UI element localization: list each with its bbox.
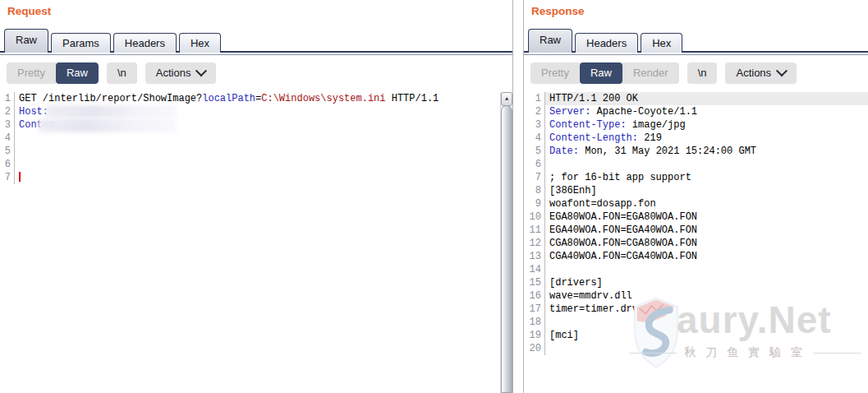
tab-raw[interactable]: Raw [528, 29, 572, 53]
toolbar-button-pretty[interactable]: Pretty [530, 62, 580, 84]
actions-button[interactable]: Actions [145, 62, 217, 84]
code-text: CGA40WOA.FON=CGA40WOA.FON [545, 250, 868, 263]
code-line[interactable]: 18 [524, 316, 868, 329]
code-line[interactable]: 9woafont=dosapp.fon [524, 197, 868, 210]
line-number: 16 [524, 289, 545, 303]
code-line[interactable]: 7 [0, 171, 512, 184]
code-line[interactable]: 1HTTP/1.1 200 OK [524, 92, 868, 105]
toolbar-button-pretty[interactable]: Pretty [7, 62, 56, 84]
toolbar-button-group: Actions [145, 62, 217, 84]
tab-raw[interactable]: Raw [4, 29, 48, 53]
code-line[interactable]: 16wave=mmdrv.dll [524, 289, 868, 303]
line-number: 20 [524, 342, 545, 355]
code-line[interactable]: 19[mci] [524, 329, 868, 342]
response-editor[interactable]: 1HTTP/1.1 200 OK2Server: Apache-Coyote/1… [524, 92, 868, 393]
tab-headers[interactable]: Headers [113, 33, 177, 53]
text-cursor [19, 172, 21, 182]
code-line[interactable]: 6 [0, 158, 512, 171]
response-toolbar: PrettyRawRender\nActions [530, 62, 797, 84]
code-text [545, 316, 868, 329]
code-text: timer=timer.drv [545, 303, 868, 316]
toolbar-button-raw[interactable]: Raw [56, 62, 99, 84]
scroll-up-button[interactable]: ▲ [501, 92, 512, 106]
code-line[interactable]: 20 [524, 342, 868, 355]
actions-button[interactable]: Actions [725, 62, 797, 84]
code-text: wave=mmdrv.dll [545, 289, 868, 303]
burp-repeater-view: Request RawParamsHeadersHex PrettyRaw\nA… [0, 0, 868, 393]
request-vertical-scrollbar[interactable]: ▲ [500, 92, 512, 393]
code-line[interactable]: 6 [524, 158, 868, 171]
chevron-down-icon [195, 65, 207, 76]
request-tabs: RawParamsHeadersHex [4, 29, 512, 53]
line-number: 5 [0, 145, 15, 158]
code-line[interactable]: 13CGA40WOA.FON=CGA40WOA.FON [524, 250, 868, 263]
toolbar-button-n[interactable]: \n [107, 62, 137, 84]
code-text [545, 342, 868, 355]
request-toolbar: PrettyRaw\nActions [7, 62, 216, 84]
chevron-down-icon [776, 65, 788, 76]
scrollbar-thumb[interactable] [501, 105, 512, 393]
line-number: 19 [524, 329, 545, 342]
code-line[interactable]: 15[drivers] [524, 276, 868, 289]
code-text [15, 132, 500, 145]
code-line[interactable]: 3Content-Type: image/jpg [524, 118, 868, 132]
code-line[interactable]: 4 [0, 132, 512, 145]
code-line[interactable]: 11EGA40WOA.FON=EGA40WOA.FON [524, 224, 868, 237]
code-text: Content-Length: 219 [545, 132, 868, 145]
toolbar-button-render[interactable]: Render [622, 62, 679, 84]
code-line[interactable]: 2Server: Apache-Coyote/1.1 [524, 105, 868, 118]
code-text: CGA80WOA.FON=CGA80WOA.FON [545, 237, 868, 250]
toolbar-button-label: Actions [156, 62, 191, 84]
code-line[interactable]: 4Content-Length: 219 [524, 132, 868, 145]
toolbar-button-group: PrettyRaw [7, 62, 99, 84]
tab-headers[interactable]: Headers [575, 33, 638, 53]
toolbar-button-n[interactable]: \n [687, 62, 718, 84]
code-line[interactable]: 17timer=timer.drv [524, 303, 868, 316]
code-text: Content-Type: image/jpg [545, 118, 868, 132]
code-line[interactable]: 10EGA80WOA.FON=EGA80WOA.FON [524, 210, 868, 224]
code-text: Date: Mon, 31 May 2021 15:24:00 GMT [545, 145, 868, 158]
toolbar-button-raw[interactable]: Raw [580, 62, 622, 84]
code-text: woafont=dosapp.fon [545, 197, 868, 210]
toolbar-button-label: Actions [736, 62, 771, 84]
panel-divider[interactable] [513, 0, 523, 393]
line-number: 1 [0, 92, 15, 105]
code-text: EGA80WOA.FON=EGA80WOA.FON [545, 210, 868, 224]
code-line[interactable]: 8[386Enh] [524, 184, 868, 197]
toolbar-button-label: Raw [590, 62, 612, 84]
toolbar-button-group: \n [107, 62, 137, 84]
line-number: 4 [524, 132, 545, 145]
code-line[interactable]: 12CGA80WOA.FON=CGA80WOA.FON [524, 237, 868, 250]
code-text [15, 145, 500, 158]
line-number: 8 [524, 184, 545, 197]
line-number: 6 [524, 158, 545, 171]
code-text [15, 171, 500, 184]
code-line[interactable]: 14 [524, 263, 868, 276]
tab-hex[interactable]: Hex [641, 33, 682, 53]
toolbar-button-label: \n [698, 62, 707, 84]
code-text: [386Enh] [545, 184, 868, 197]
tab-params[interactable]: Params [51, 33, 111, 53]
code-text [15, 158, 500, 171]
line-number: 3 [524, 118, 545, 132]
code-line[interactable]: 5Date: Mon, 31 May 2021 15:24:00 GMT [524, 145, 868, 158]
code-line[interactable]: 1GET /interlib/report/ShowImage?localPat… [0, 92, 512, 105]
toolbar-button-label: Pretty [17, 62, 45, 84]
code-line[interactable]: 7; for 16-bit app support [524, 171, 868, 184]
request-panel: Request RawParamsHeadersHex PrettyRaw\nA… [0, 0, 513, 393]
line-number: 10 [524, 210, 545, 224]
line-number: 5 [524, 145, 545, 158]
response-panel: Response RawHeadersHex PrettyRawRender\n… [523, 0, 868, 393]
code-line[interactable]: 5 [0, 145, 512, 158]
code-text [545, 263, 868, 276]
tab-hex[interactable]: Hex [179, 33, 221, 53]
response-title: Response [531, 5, 585, 17]
line-number: 9 [524, 197, 545, 210]
line-number: 2 [0, 105, 15, 118]
content-redaction-overlay [39, 118, 177, 132]
line-number: 3 [0, 118, 15, 132]
line-number: 13 [524, 250, 545, 263]
line-number: 18 [524, 316, 545, 329]
host-redaction-overlay [46, 105, 177, 118]
request-editor[interactable]: 1GET /interlib/report/ShowImage?localPat… [0, 92, 512, 393]
